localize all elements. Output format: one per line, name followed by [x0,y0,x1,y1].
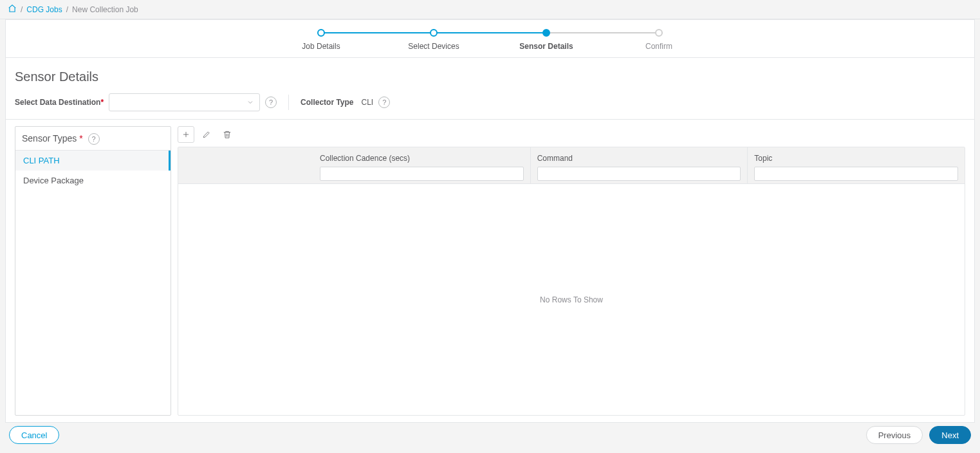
grid-col-label: Command [537,154,741,163]
filter-topic-input[interactable] [754,167,958,181]
dest-select[interactable] [109,93,260,111]
next-button[interactable]: Next [929,426,971,444]
wizard-stepper: Job Details Select Devices Sensor Detail… [6,20,974,58]
cancel-button[interactable]: Cancel [9,426,59,444]
collector-type-label: Collector Type [300,98,353,107]
sensor-type-device-package[interactable]: Device Package [15,171,171,190]
form-row: Select Data Destination* ? Collector Typ… [6,93,974,120]
grid-col-topic: Topic [748,147,965,183]
add-button[interactable] [178,126,194,143]
grid-col-label: Collection Cadence (secs) [320,154,524,163]
grid-col-cadence: Collection Cadence (secs) [313,147,531,183]
grid-empty-state: No Rows To Show [178,184,965,415]
filter-command-input[interactable] [537,167,741,181]
wizard-footer: Cancel Previous Next [0,426,980,444]
breadcrumb: / CDG Jobs / New Collection Job [0,0,980,19]
sensor-type-cli-path[interactable]: CLI PATH [15,151,171,171]
help-icon[interactable]: ? [88,133,100,145]
pencil-icon [202,130,211,139]
page-title: Sensor Details [15,69,974,84]
separator [288,95,289,110]
sensor-types-panel: Sensor Types * ? CLI PATH Device Package [15,126,171,416]
home-icon[interactable] [8,4,17,15]
breadcrumb-sep: / [66,5,68,14]
trash-icon [223,130,232,139]
grid-toolbar [178,126,965,143]
help-icon[interactable]: ? [378,97,390,108]
sensor-types-heading: Sensor Types * ? [15,127,171,151]
breadcrumb-sep: / [21,5,23,14]
collector-type-value: CLI [362,98,374,107]
help-icon[interactable]: ? [265,97,277,108]
delete-button[interactable] [219,126,236,143]
dest-label: Select Data Destination* [15,98,104,107]
plus-icon [181,130,190,139]
previous-button[interactable]: Previous [866,426,923,444]
sensor-grid: Collection Cadence (secs) Command Topic … [178,147,965,416]
breadcrumb-current: New Collection Job [72,5,138,14]
edit-button[interactable] [198,126,215,143]
filter-cadence-input[interactable] [320,167,524,181]
grid-col-command: Command [531,147,748,183]
grid-col-label: Topic [754,154,958,163]
chevron-down-icon [246,98,254,106]
grid-head-spacer [178,147,313,183]
breadcrumb-link-cdg-jobs[interactable]: CDG Jobs [26,5,62,14]
step-job-details[interactable]: Job Details [265,29,378,51]
